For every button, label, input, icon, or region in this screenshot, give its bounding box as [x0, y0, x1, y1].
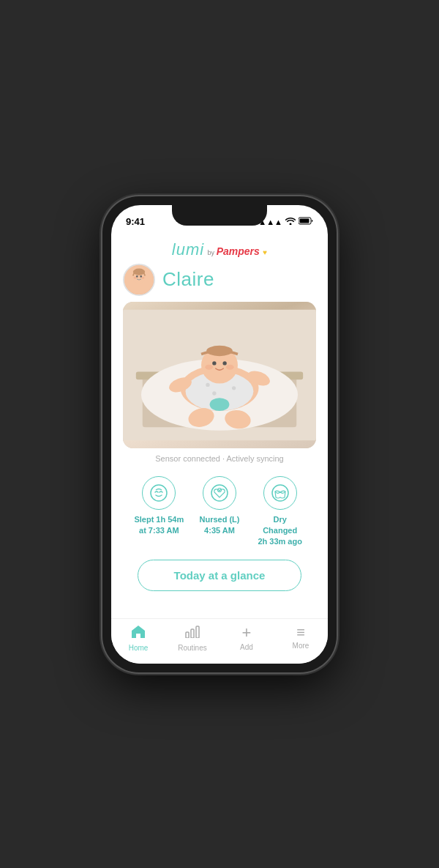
video-container — [123, 302, 316, 448]
nav-home[interactable]: Home — [111, 625, 165, 652]
svg-point-22 — [210, 398, 230, 411]
logo-lumi: lumi — [172, 240, 204, 259]
avatar[interactable] — [123, 264, 155, 296]
diaper-text: Dry Changed 2h 33m ago — [258, 514, 302, 548]
svg-point-29 — [226, 364, 234, 369]
sensor-status: Sensor connected · Actively syncing — [123, 448, 316, 469]
svg-point-28 — [205, 364, 213, 369]
bottom-nav: Home Routines + Add ≡ More — [111, 618, 328, 664]
svg-point-33 — [211, 485, 228, 501]
status-icons: ▲▲▲ — [258, 217, 313, 226]
baby-section: Claire — [111, 264, 328, 609]
home-label: Home — [129, 644, 149, 652]
nursing-icon — [203, 476, 236, 510]
svg-rect-37 — [191, 629, 194, 638]
logo-pampers: Pampers — [217, 245, 260, 257]
today-glance-button[interactable]: Today at a glance — [138, 560, 301, 591]
svg-point-17 — [232, 386, 236, 390]
svg-point-20 — [212, 361, 216, 365]
routines-label: Routines — [178, 644, 206, 652]
status-time: 9:41 — [126, 216, 145, 227]
svg-point-7 — [142, 276, 145, 278]
svg-point-6 — [134, 276, 137, 278]
diaper-icon — [263, 476, 297, 510]
svg-point-8 — [133, 268, 145, 275]
nav-more[interactable]: ≡ More — [274, 625, 328, 652]
svg-rect-1 — [300, 219, 309, 223]
svg-point-4 — [136, 275, 138, 278]
add-label: Add — [240, 643, 253, 651]
svg-rect-38 — [196, 626, 199, 638]
svg-point-35 — [272, 485, 288, 501]
svg-point-5 — [140, 275, 142, 278]
svg-rect-36 — [186, 632, 189, 638]
battery-icon — [299, 217, 313, 226]
more-icon: ≡ — [296, 625, 305, 639]
sleep-text: Slept 1h 54m at 7:33 AM — [134, 514, 184, 537]
phone-screen: 9:41 ▲▲▲ — [111, 205, 328, 664]
home-icon — [131, 625, 146, 642]
baby-name: Claire — [162, 268, 214, 291]
sleep-icon — [142, 476, 176, 510]
diaper-stat[interactable]: Dry Changed 2h 33m ago — [249, 476, 310, 548]
video-feed — [123, 302, 316, 448]
phone-frame: 9:41 ▲▲▲ — [102, 196, 337, 672]
nav-routines[interactable]: Routines — [165, 625, 220, 652]
nursing-text: Nursed (L) 4:35 AM — [200, 514, 240, 537]
nursing-stat[interactable]: Nursed (L) 4:35 AM — [190, 476, 250, 548]
main-content: lumi by Pampers ♥ — [111, 234, 328, 618]
logo-heart-icon: ♥ — [263, 248, 267, 256]
app-header: lumi by Pampers ♥ — [111, 234, 328, 264]
sleep-stat[interactable]: Slept 1h 54m at 7:33 AM — [129, 476, 190, 548]
more-label: More — [293, 642, 309, 650]
notch — [172, 205, 267, 226]
svg-point-15 — [206, 382, 209, 386]
svg-point-18 — [212, 391, 216, 395]
svg-point-32 — [151, 485, 167, 501]
svg-point-27 — [206, 345, 233, 355]
svg-point-21 — [222, 361, 226, 365]
stats-row: Slept 1h 54m at 7:33 AM Nursed — [123, 469, 316, 557]
routines-icon — [185, 625, 200, 642]
nav-add[interactable]: + Add — [220, 625, 274, 652]
wifi-icon — [285, 217, 296, 226]
logo-by: by — [208, 249, 217, 256]
add-icon: + — [242, 625, 252, 641]
baby-name-row: Claire — [123, 264, 316, 296]
